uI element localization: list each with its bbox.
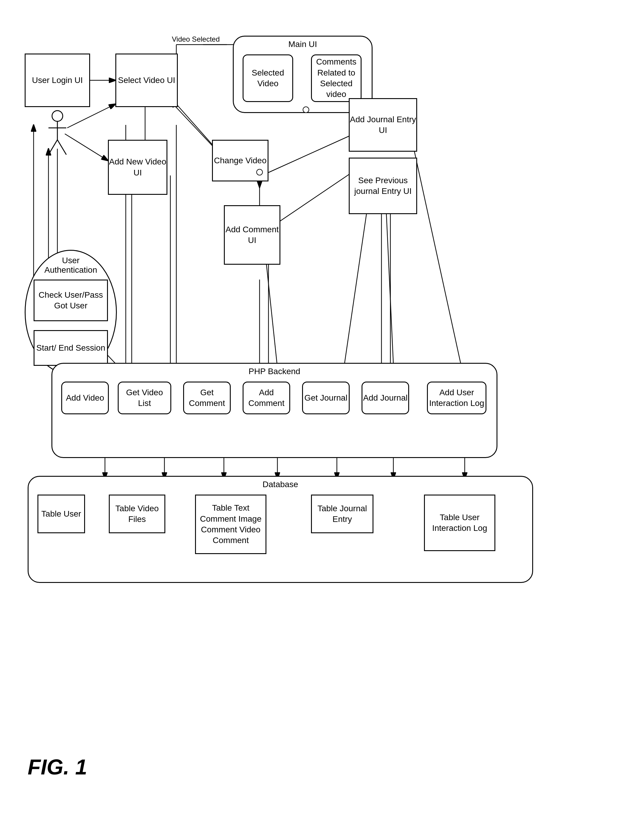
start-end-session-box: Start/ End Session <box>34 330 108 366</box>
table-journal-box: Table Journal Entry <box>311 494 374 533</box>
get-video-list-box: Get Video List <box>118 382 171 414</box>
select-video-box: Select Video UI <box>115 54 178 107</box>
user-auth-label: User Authentication <box>40 256 102 275</box>
svg-line-15 <box>170 101 218 152</box>
diagram: User Login UI Select Video UI Main UI Se… <box>10 12 634 785</box>
selected-video-box: Selected Video <box>242 54 293 102</box>
svg-line-59 <box>48 140 57 154</box>
php-backend-container: PHP Backend Add Video Get Video List Get… <box>51 363 497 458</box>
add-new-video-box: Add New Video UI <box>108 140 167 195</box>
see-previous-journal-box: See Previous journal Entry UI <box>349 158 417 214</box>
svg-point-56 <box>52 111 63 121</box>
svg-line-20 <box>269 131 361 173</box>
fork-circle-1 <box>256 169 263 176</box>
video-selected-label: Video Selected <box>172 35 220 43</box>
table-comment-box: Table Text Comment Image Comment Video C… <box>195 494 266 554</box>
svg-line-9 <box>65 134 108 161</box>
fork-circle-2 <box>303 107 309 113</box>
add-user-interaction-box: Add User Interaction Log <box>427 382 486 414</box>
get-comment-box: Get Comment <box>183 382 231 414</box>
table-video-box: Table Video Files <box>109 494 165 533</box>
svg-line-60 <box>57 140 66 154</box>
svg-line-8 <box>67 104 115 128</box>
get-journal-box: Get Journal <box>302 382 350 414</box>
svg-line-51 <box>411 137 468 396</box>
add-journal-entry-box: Add Journal Entry UI <box>349 98 417 152</box>
add-comment-box: Add Comment <box>242 382 290 414</box>
fig-label: FIG. 1 <box>28 755 87 779</box>
table-user-box: Table User <box>37 494 85 533</box>
add-journal-box: Add Journal <box>361 382 409 414</box>
user-login-box: User Login UI <box>25 54 90 107</box>
add-comment-ui-box: Add Comment UI <box>224 205 280 265</box>
actor <box>45 110 69 159</box>
comments-related-box: Comments Related to Selected video <box>311 54 361 102</box>
table-user-log-box: Table User Interaction Log <box>424 494 495 551</box>
add-video-box: Add Video <box>61 382 109 414</box>
database-container: Database Table User Table Video Files Ta… <box>28 476 533 583</box>
check-user-box: Check User/Pass Got User <box>34 280 108 321</box>
